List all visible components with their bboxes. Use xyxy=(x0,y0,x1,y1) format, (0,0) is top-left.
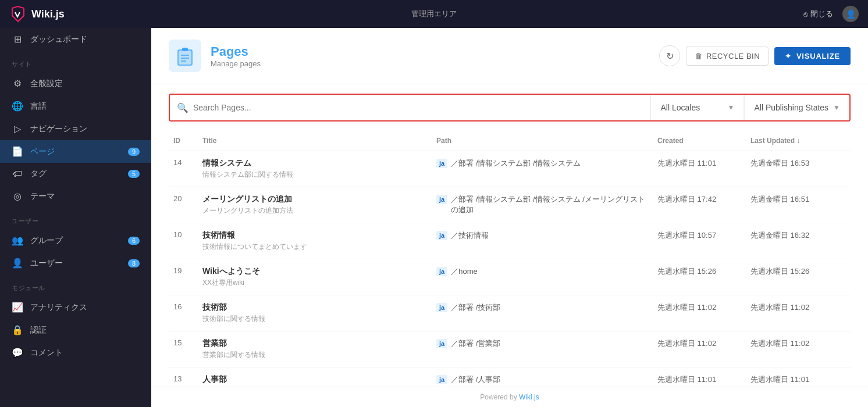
locale-chevron-icon: ▼ xyxy=(728,103,735,112)
cell-id: 16 xyxy=(169,295,198,331)
cell-title: メーリングリストの追加 メーリングリストの追加方法 xyxy=(198,187,432,223)
lang-badge: ja xyxy=(436,375,447,384)
cell-created: 先週水曜日 11:02 xyxy=(653,331,746,367)
tags-badge: 5 xyxy=(128,170,140,178)
cell-path: ja ／部署 /営業部 xyxy=(432,331,653,367)
table-row[interactable]: 16 技術部 技術部に関する情報 ja ／部署 /技術部 先週水曜日 11:02… xyxy=(169,295,851,331)
lang-badge: ja xyxy=(436,159,447,168)
cell-updated: 先週水曜日 15:26 xyxy=(746,259,851,295)
cell-title: 技術部 技術部に関する情報 xyxy=(198,295,432,331)
sidebar-item-pages[interactable]: 📄 ページ 9 xyxy=(0,140,151,163)
sidebar-item-tags[interactable]: 🏷 タグ 5 xyxy=(0,163,151,185)
logo: Wiki.js xyxy=(9,5,65,23)
cell-created: 先週水曜日 17:42 xyxy=(653,187,746,223)
table-row[interactable]: 19 Wikiへようこそ XX社専用wiki ja ／home 先週水曜日 15… xyxy=(169,259,851,295)
users-badge: 8 xyxy=(128,259,140,267)
sidebar-item-dashboard[interactable]: ⊞ ダッシュボード xyxy=(0,28,151,51)
cell-created: 先週水曜日 11:01 xyxy=(653,367,746,387)
search-icon: 🔍 xyxy=(177,102,188,113)
col-created: Created xyxy=(653,131,746,151)
sidebar-item-auth[interactable]: 🔒 認証 xyxy=(0,319,151,341)
cell-path: ja ／部署 /技術部 xyxy=(432,295,653,331)
globe-icon: 🌐 xyxy=(12,101,23,112)
table-row[interactable]: 14 情報システム 情報システム部に関する情報 ja ／部署 /情報システム部 … xyxy=(169,151,851,187)
sidebar-section-user: ユーザー xyxy=(0,208,151,229)
search-wrapper: 🔍 xyxy=(170,95,650,120)
lang-badge: ja xyxy=(436,339,447,348)
avatar-icon: 👤 xyxy=(846,9,856,19)
topbar-center-text: 管理用エリア xyxy=(65,9,803,19)
cell-id: 13 xyxy=(169,367,198,387)
groups-badge: 6 xyxy=(128,237,140,245)
page-header: Pages Manage pages ↻ 🗑 RECYCLE BIN ✦ VIS… xyxy=(151,28,868,84)
cell-created: 先週水曜日 15:26 xyxy=(653,259,746,295)
locale-select[interactable]: All Locales ▼ xyxy=(650,95,744,120)
table-row[interactable]: 13 人事部 人事部に関する情報 ja ／部署 /人事部 先週水曜日 11:01… xyxy=(169,367,851,387)
sidebar-section-site: サイト xyxy=(0,51,151,72)
page-header-actions: ↻ 🗑 RECYCLE BIN ✦ VISUALIZE xyxy=(659,45,851,66)
avatar[interactable]: 👤 xyxy=(842,6,859,22)
sidebar-item-analytics[interactable]: 📈 アナリティクス xyxy=(0,296,151,319)
users-icon: 👤 xyxy=(12,258,23,269)
recycle-bin-button[interactable]: 🗑 RECYCLE BIN xyxy=(686,47,769,66)
sidebar-item-users[interactable]: 👤 ユーザー 8 xyxy=(0,252,151,274)
pages-table-wrapper: ID Title Path Created Last Updated ↓ 14 … xyxy=(151,131,868,387)
table-body: 14 情報システム 情報システム部に関する情報 ja ／部署 /情報システム部 … xyxy=(169,151,851,387)
topbar: Wiki.js 管理用エリア ⎋ 閉じる 👤 xyxy=(0,0,868,28)
sidebar-item-general[interactable]: ⚙ 全般設定 xyxy=(0,72,151,95)
visualize-icon: ✦ xyxy=(785,52,792,60)
sidebar-item-theme[interactable]: ◎ テーマ xyxy=(0,185,151,208)
cell-path: ja ／部署 /人事部 xyxy=(432,367,653,387)
trash-icon: 🗑 xyxy=(695,52,703,60)
cell-created: 先週水曜日 10:57 xyxy=(653,223,746,259)
svg-rect-0 xyxy=(178,50,192,65)
cell-title: 人事部 人事部に関する情報 xyxy=(198,367,432,387)
footer-link[interactable]: Wiki.js xyxy=(519,393,539,401)
sidebar: ⊞ ダッシュボード サイト ⚙ 全般設定 🌐 言語 ▷ ナビゲーション 📄 ペー… xyxy=(0,28,151,407)
col-path: Path xyxy=(432,131,653,151)
groups-icon: 👥 xyxy=(12,235,23,246)
refresh-button[interactable]: ↻ xyxy=(659,45,680,66)
cell-id: 20 xyxy=(169,187,198,223)
cell-id: 19 xyxy=(169,259,198,295)
table-row[interactable]: 10 技術情報 技術情報についてまとめています ja ／技術情報 先週水曜日 1… xyxy=(169,223,851,259)
sidebar-item-comments[interactable]: 💬 コメント xyxy=(0,341,151,364)
pages-icon: 📄 xyxy=(12,146,23,157)
sidebar-item-groups[interactable]: 👥 グループ 6 xyxy=(0,229,151,252)
analytics-icon: 📈 xyxy=(12,302,23,313)
tag-icon: 🏷 xyxy=(12,169,23,179)
logo-text: Wiki.js xyxy=(31,8,65,20)
close-button[interactable]: ⎋ 閉じる xyxy=(803,9,833,19)
comments-icon: 💬 xyxy=(12,347,23,358)
table-row[interactable]: 15 営業部 営業部に関する情報 ja ／部署 /営業部 先週水曜日 11:02… xyxy=(169,331,851,367)
pages-table: ID Title Path Created Last Updated ↓ 14 … xyxy=(169,131,851,387)
cell-path: ja ／技術情報 xyxy=(432,223,653,259)
lang-badge: ja xyxy=(436,267,447,276)
lock-icon: 🔒 xyxy=(12,324,23,335)
main-layout: ⊞ ダッシュボード サイト ⚙ 全般設定 🌐 言語 ▷ ナビゲーション 📄 ペー… xyxy=(0,28,868,407)
cell-title: 営業部 営業部に関する情報 xyxy=(198,331,432,367)
page-subtitle: Manage pages xyxy=(211,59,650,68)
lang-badge: ja xyxy=(436,303,447,312)
cell-id: 10 xyxy=(169,223,198,259)
filter-bar: 🔍 All Locales ▼ All Publishing States ▼ xyxy=(169,94,851,122)
table-row[interactable]: 20 メーリングリストの追加 メーリングリストの追加方法 ja ／部署 /情報シ… xyxy=(169,187,851,223)
cell-created: 先週水曜日 11:01 xyxy=(653,151,746,187)
sidebar-item-navigation[interactable]: ▷ ナビゲーション xyxy=(0,117,151,140)
navigation-icon: ▷ xyxy=(12,123,23,134)
cell-id: 14 xyxy=(169,151,198,187)
footer: Powered by Wiki.js xyxy=(151,387,868,407)
publishing-state-select[interactable]: All Publishing States ▼ xyxy=(744,95,849,120)
visualize-button[interactable]: ✦ VISUALIZE xyxy=(774,47,851,65)
pages-header-icon xyxy=(169,40,201,72)
theme-icon: ◎ xyxy=(12,191,23,202)
col-id: ID xyxy=(169,131,198,151)
col-updated: Last Updated ↓ xyxy=(746,131,851,151)
exit-icon: ⎋ xyxy=(803,10,808,19)
lang-badge: ja xyxy=(436,195,447,204)
sidebar-item-language[interactable]: 🌐 言語 xyxy=(0,95,151,117)
search-input[interactable] xyxy=(193,103,643,112)
topbar-right: ⎋ 閉じる 👤 xyxy=(803,6,859,22)
page-header-text: Pages Manage pages xyxy=(211,44,650,68)
cell-title: 技術情報 技術情報についてまとめています xyxy=(198,223,432,259)
